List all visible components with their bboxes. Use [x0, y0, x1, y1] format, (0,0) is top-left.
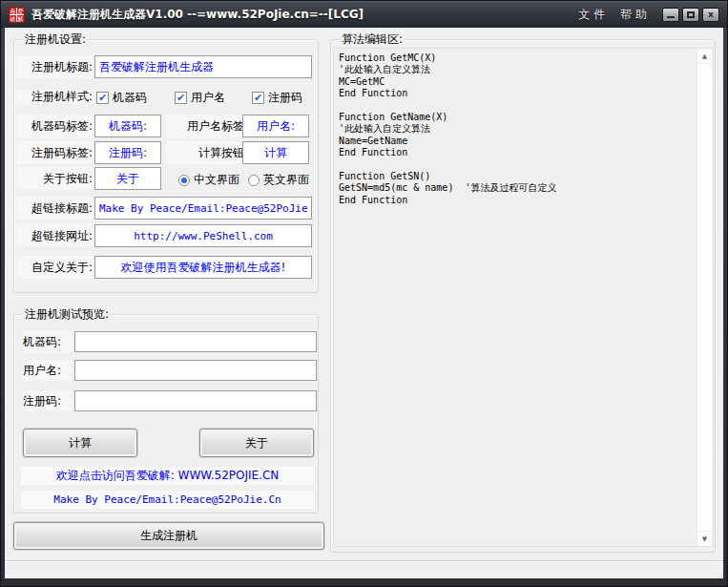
- mc-label-caption: 机器码标签:: [16, 115, 93, 137]
- checkbox-machine-code[interactable]: ✔ 机器码: [96, 90, 147, 106]
- custom-about-caption: 自定义关于:: [16, 256, 93, 279]
- scroll-down-icon[interactable]: ▼: [697, 531, 712, 546]
- checkbox-label: 注册码: [268, 90, 302, 106]
- preview-name-label: 用户名:: [23, 360, 73, 381]
- hyperlink-title-input[interactable]: [94, 197, 312, 220]
- sn-label-caption: 注册码标签:: [16, 141, 93, 164]
- calc-button-label: 计算: [69, 435, 92, 451]
- scroll-up-icon[interactable]: ▲: [697, 49, 712, 64]
- about-button-text-input[interactable]: [94, 167, 161, 190]
- preview-mc-input[interactable]: [74, 331, 317, 352]
- minimize-icon: [667, 16, 675, 18]
- hyperlink-url-caption: 超链接网址:: [16, 224, 93, 247]
- generate-keygen-button[interactable]: 生成注册机: [13, 522, 324, 550]
- algorithm-code-editor[interactable]: Function GetMC(X) '此处输入自定义算法 MC=GetMC En…: [333, 48, 714, 547]
- about-button-caption: 关于按钮:: [16, 167, 93, 190]
- window-controls: x: [662, 8, 719, 22]
- radio-dot: [248, 175, 260, 186]
- checkbox-label: 用户名: [191, 90, 225, 106]
- app-icon-char: 破: [10, 15, 16, 22]
- preview-sn-label: 注册码:: [23, 390, 73, 411]
- algorithm-groupbox: 算法编辑区: Function GetMC(X) '此处输入自定义算法 MC=G…: [330, 39, 716, 553]
- radio-label: 英文界面: [263, 172, 309, 188]
- preview-sn-input[interactable]: [74, 390, 317, 411]
- window-title: 吾爱破解注册机生成器V1.00 --=www.52PoJie.cn=--[LCG…: [31, 7, 578, 23]
- app-icon[interactable]: 吾 爱 破 解: [9, 7, 25, 23]
- minimize-button[interactable]: [662, 8, 679, 22]
- checkbox-mark: ✔: [96, 92, 109, 104]
- keygen-style-label: 注册机样式:: [16, 90, 93, 104]
- preview-group-title: 注册机测试预览:: [22, 306, 112, 322]
- radio-english-ui[interactable]: 英文界面: [248, 172, 309, 188]
- app-icon-char: 解: [17, 15, 24, 22]
- status-bar: [5, 560, 723, 578]
- maximize-button[interactable]: [682, 8, 699, 22]
- maximize-icon: [687, 11, 695, 18]
- settings-group-title: 注册机设置:: [22, 31, 89, 47]
- radio-dot: [178, 175, 190, 186]
- preview-groupbox: 注册机测试预览: 机器码: 用户名: 注册码: 计算 关于 欢迎点击访问吾爱破解…: [13, 314, 319, 514]
- keygen-title-input[interactable]: [94, 55, 312, 78]
- keygen-title-label: 注册机标题:: [16, 55, 93, 78]
- checkbox-mark: ✔: [252, 92, 264, 104]
- generate-keygen-button-label: 生成注册机: [140, 528, 198, 544]
- name-label-caption: 用户名标签:: [166, 115, 248, 137]
- app-window: 吾 爱 破 解 吾爱破解注册机生成器V1.00 --=www.52PoJie.c…: [0, 0, 728, 587]
- calc-button-text-input[interactable]: [242, 141, 309, 164]
- checkbox-mark: ✔: [175, 92, 187, 104]
- checkbox-username[interactable]: ✔ 用户名: [175, 90, 225, 106]
- checkbox-regcode[interactable]: ✔ 注册码: [252, 90, 302, 106]
- about-button[interactable]: 关于: [199, 429, 314, 457]
- sn-label-input[interactable]: [94, 141, 161, 164]
- checkbox-label: 机器码: [113, 90, 147, 106]
- preview-mc-label: 机器码:: [23, 331, 73, 352]
- client-area: 注册机设置: 注册机标题: 注册机样式: ✔ 机器码 ✔ 用户名 ✔ 注册码 机…: [5, 28, 723, 578]
- hyperlink-title-caption: 超链接标题:: [16, 197, 93, 220]
- menu-file[interactable]: 文 件: [578, 7, 605, 23]
- close-icon: x: [708, 10, 714, 19]
- calc-button[interactable]: 计算: [23, 429, 137, 457]
- about-button-label: 关于: [245, 435, 268, 451]
- algorithm-group-title: 算法编辑区:: [339, 31, 406, 47]
- visit-52pojie-link[interactable]: 欢迎点击访问吾爱破解: WWW.52POJIE.CN: [21, 467, 314, 485]
- title-bar: 吾 爱 破 解 吾爱破解注册机生成器V1.00 --=www.52PoJie.c…: [1, 1, 727, 28]
- radio-chinese-ui[interactable]: 中文界面: [178, 172, 239, 188]
- credit-line: Make By Peace/Email:Peace@52PoJie.Cn: [21, 491, 314, 509]
- editor-scrollbar[interactable]: ▲ ▼: [697, 49, 712, 546]
- settings-groupbox: 注册机设置: 注册机标题: 注册机样式: ✔ 机器码 ✔ 用户名 ✔ 注册码 机…: [13, 39, 319, 293]
- app-icon-char: 吾: [10, 8, 16, 14]
- menu-help[interactable]: 帮 助: [620, 7, 647, 23]
- hyperlink-url-input[interactable]: [94, 224, 312, 247]
- name-label-input[interactable]: [242, 115, 309, 137]
- mc-label-input[interactable]: [94, 115, 161, 137]
- app-icon-char: 爱: [17, 8, 24, 14]
- radio-label: 中文界面: [194, 172, 239, 188]
- close-button[interactable]: x: [702, 8, 719, 22]
- calc-button-caption: 计算按钮:: [166, 141, 248, 164]
- custom-about-input[interactable]: [94, 256, 312, 279]
- preview-name-input[interactable]: [74, 360, 317, 381]
